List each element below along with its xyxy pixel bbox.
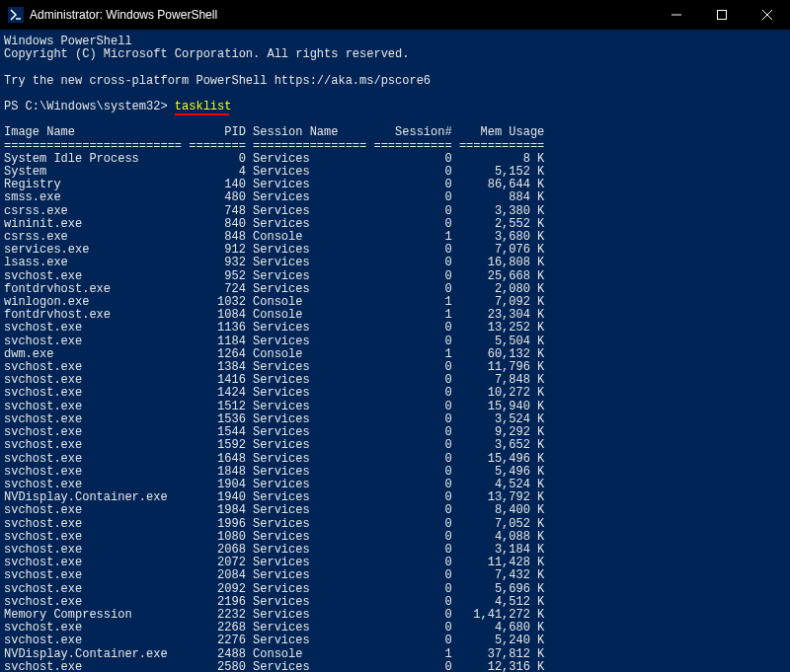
table-row: svchost.exe 1384 Services 0 11,796 K bbox=[4, 360, 544, 374]
table-row: svchost.exe 2092 Services 0 5,696 K bbox=[4, 582, 544, 596]
window-titlebar[interactable]: Administrator: Windows PowerShell bbox=[0, 0, 790, 30]
window-title: Administrator: Windows PowerShell bbox=[30, 8, 654, 22]
prompt-prefix: PS C:\Windows\system32> bbox=[4, 100, 175, 113]
table-row: svchost.exe 2068 Services 0 3,184 K bbox=[4, 543, 544, 557]
banner-line: Copyright (C) Microsoft Corporation. All… bbox=[4, 47, 409, 61]
table-row: svchost.exe 1184 Services 0 5,504 K bbox=[4, 335, 544, 348]
table-row: svchost.exe 2276 Services 0 5,240 K bbox=[4, 634, 544, 647]
table-row: lsass.exe 932 Services 0 16,808 K bbox=[4, 256, 544, 269]
table-row: NVDisplay.Container.exe 1940 Services 0 … bbox=[4, 490, 544, 504]
table-row: smss.exe 480 Services 0 884 K bbox=[4, 190, 544, 204]
table-row: svchost.exe 2084 Services 0 7,432 K bbox=[4, 568, 544, 582]
table-row: svchost.exe 2268 Services 0 4,680 K bbox=[4, 621, 544, 635]
table-row: NVDisplay.Container.exe 2488 Console 1 3… bbox=[4, 647, 544, 661]
table-row: dwm.exe 1264 Console 1 60,132 K bbox=[4, 347, 544, 361]
table-row: csrss.exe 848 Console 1 3,680 K bbox=[4, 230, 544, 244]
table-row: svchost.exe 2072 Services 0 11,428 K bbox=[4, 556, 544, 569]
prompt-command: tasklist bbox=[175, 100, 232, 113]
table-row: svchost.exe 1984 Services 0 8,400 K bbox=[4, 503, 544, 517]
table-row: svchost.exe 1424 Services 0 10,272 K bbox=[4, 386, 544, 400]
table-row: svchost.exe 1512 Services 0 15,940 K bbox=[4, 400, 544, 413]
table-row: svchost.exe 1536 Services 0 3,524 K bbox=[4, 412, 544, 426]
table-row: fontdrvhost.exe 724 Services 0 2,080 K bbox=[4, 282, 544, 296]
table-row: svchost.exe 1416 Services 0 7,848 K bbox=[4, 373, 544, 387]
table-row: svchost.exe 1996 Services 0 7,052 K bbox=[4, 517, 544, 531]
table-row: fontdrvhost.exe 1084 Console 1 23,304 K bbox=[4, 308, 544, 322]
table-row: svchost.exe 952 Services 0 25,668 K bbox=[4, 269, 544, 283]
svg-rect-2 bbox=[718, 11, 727, 20]
table-row: svchost.exe 2580 Services 0 12,316 K bbox=[4, 660, 544, 672]
table-row: svchost.exe 1904 Services 0 4,524 K bbox=[4, 478, 544, 491]
table-row: winlogon.exe 1032 Console 1 7,092 K bbox=[4, 295, 544, 309]
minimize-button[interactable] bbox=[654, 0, 699, 30]
table-header: Image Name PID Session Name Session# Mem… bbox=[4, 125, 544, 139]
table-row: Memory Compression 2232 Services 0 1,41,… bbox=[4, 608, 544, 622]
close-button[interactable] bbox=[745, 0, 790, 30]
table-row: System Idle Process 0 Services 0 8 K bbox=[4, 152, 544, 166]
table-separator: ========================= ======== =====… bbox=[4, 139, 544, 153]
table-row: svchost.exe 2196 Services 0 4,512 K bbox=[4, 595, 544, 609]
table-row: svchost.exe 1848 Services 0 5,496 K bbox=[4, 465, 544, 479]
maximize-button[interactable] bbox=[699, 0, 745, 30]
table-row: System 4 Services 0 5,152 K bbox=[4, 165, 544, 179]
table-row: csrss.exe 748 Services 0 3,380 K bbox=[4, 204, 544, 218]
table-row: svchost.exe 1080 Services 0 4,088 K bbox=[4, 530, 544, 544]
powershell-icon bbox=[8, 7, 24, 23]
banner-tryline: Try the new cross-platform PowerShell ht… bbox=[4, 74, 431, 88]
table-row: svchost.exe 1544 Services 0 9,292 K bbox=[4, 425, 544, 439]
table-row: services.exe 912 Services 0 7,076 K bbox=[4, 243, 544, 257]
table-row: svchost.exe 1592 Services 0 3,652 K bbox=[4, 438, 544, 452]
table-row: Registry 140 Services 0 86,644 K bbox=[4, 178, 544, 191]
table-row: svchost.exe 1136 Services 0 13,252 K bbox=[4, 321, 544, 335]
command-underline bbox=[4, 112, 229, 126]
table-row: svchost.exe 1648 Services 0 15,496 K bbox=[4, 452, 544, 466]
table-row: wininit.exe 840 Services 0 2,552 K bbox=[4, 217, 544, 231]
terminal-output[interactable]: Windows PowerShell Copyright (C) Microso… bbox=[0, 30, 790, 672]
banner-line: Windows PowerShell bbox=[4, 35, 132, 48]
